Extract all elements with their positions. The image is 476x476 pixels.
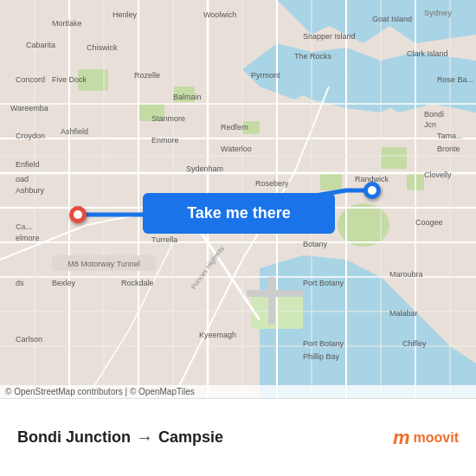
svg-text:Botany: Botany xyxy=(303,240,328,248)
svg-text:Rozelle: Rozelle xyxy=(134,71,160,80)
route-info: Bondi Junction → Campsie xyxy=(17,428,223,447)
svg-text:Wareemba: Wareemba xyxy=(10,104,48,113)
svg-text:Enfield: Enfield xyxy=(16,160,40,169)
svg-rect-5 xyxy=(320,173,342,190)
svg-text:Henley: Henley xyxy=(113,10,138,19)
svg-text:Kyeemagh: Kyeemagh xyxy=(199,331,236,339)
svg-text:Ca...: Ca... xyxy=(16,222,32,231)
svg-text:Port Botany: Port Botany xyxy=(303,279,344,287)
svg-text:Stanmore: Stanmore xyxy=(151,114,185,123)
svg-text:Concord: Concord xyxy=(16,75,45,84)
svg-text:Rose Ba...: Rose Ba... xyxy=(437,75,473,84)
svg-text:oad: oad xyxy=(16,175,29,183)
map-container: M8 Motorway Tunnel Mortlake Henley Cabar… xyxy=(0,0,476,398)
svg-text:Five Dock: Five Dock xyxy=(52,75,87,84)
svg-text:Bronte: Bronte xyxy=(437,145,460,153)
svg-text:Chifley: Chifley xyxy=(402,339,427,348)
svg-text:Sydenham: Sydenham xyxy=(186,164,223,173)
svg-rect-35 xyxy=(268,277,275,325)
svg-text:Sydney: Sydney xyxy=(424,9,452,17)
svg-text:Goat Island: Goat Island xyxy=(372,15,412,23)
svg-text:The Rocks: The Rocks xyxy=(294,52,332,61)
svg-text:Carlson: Carlson xyxy=(16,335,42,344)
svg-point-91 xyxy=(368,186,376,195)
svg-text:Waterloo: Waterloo xyxy=(221,145,252,153)
svg-text:Port Botany: Port Botany xyxy=(303,339,344,348)
svg-text:Phillip Bay: Phillip Bay xyxy=(303,352,340,361)
take-me-there-button[interactable]: Take me there xyxy=(143,193,335,234)
svg-text:Coogee: Coogee xyxy=(415,218,443,227)
svg-text:Clovelly: Clovelly xyxy=(424,170,452,179)
svg-text:Redfern: Redfern xyxy=(221,123,248,132)
svg-text:Clark Island: Clark Island xyxy=(407,49,448,58)
svg-text:Ashbury: Ashbury xyxy=(16,186,45,195)
svg-text:Rockdale: Rockdale xyxy=(121,279,154,287)
moovit-brand-text: moovit xyxy=(414,430,459,446)
svg-text:ds: ds xyxy=(16,279,24,287)
svg-text:Jcn: Jcn xyxy=(424,120,436,129)
footer: Bondi Junction → Campsie m moovit xyxy=(0,398,476,476)
svg-text:Maroubra: Maroubra xyxy=(389,270,423,279)
svg-text:Turrella: Turrella xyxy=(151,235,177,244)
svg-point-89 xyxy=(74,210,82,219)
svg-text:Chiswick: Chiswick xyxy=(87,43,118,52)
svg-text:Pyrmont: Pyrmont xyxy=(251,71,280,80)
svg-text:M8 Motorway Tunnel: M8 Motorway Tunnel xyxy=(68,260,140,268)
moovit-logo: m moovit xyxy=(393,427,459,449)
svg-text:Ashfield: Ashfield xyxy=(61,127,88,136)
svg-text:Bondi: Bondi xyxy=(424,110,444,119)
svg-rect-6 xyxy=(381,147,407,169)
svg-text:Malabar: Malabar xyxy=(389,309,418,318)
svg-text:Enmore: Enmore xyxy=(151,136,179,145)
svg-text:Rosebery: Rosebery xyxy=(255,179,289,188)
svg-text:elmore: elmore xyxy=(16,234,40,242)
to-location: Campsie xyxy=(158,428,223,447)
svg-text:Mortlake: Mortlake xyxy=(52,19,82,28)
moovit-m-icon: m xyxy=(393,427,410,449)
svg-text:Cabarita: Cabarita xyxy=(26,41,55,49)
svg-text:Tama...: Tama... xyxy=(437,132,463,140)
map-attribution: © OpenStreetMap contributors | © OpenMap… xyxy=(0,385,476,398)
from-location: Bondi Junction xyxy=(17,428,131,447)
svg-text:Croydon: Croydon xyxy=(16,132,45,140)
svg-text:Balmain: Balmain xyxy=(173,93,202,101)
svg-text:Woolwich: Woolwich xyxy=(203,10,236,19)
arrow-icon: → xyxy=(136,428,153,447)
svg-text:Bexley: Bexley xyxy=(52,279,76,287)
svg-text:Snapper Island: Snapper Island xyxy=(303,32,356,41)
